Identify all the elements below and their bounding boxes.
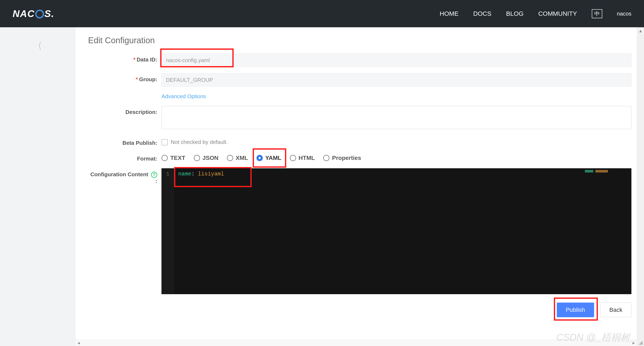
back-button[interactable]: Back bbox=[600, 302, 632, 317]
row-format: Format: TEXT JSON XML YAML bbox=[88, 153, 632, 162]
row-description: Description: bbox=[88, 106, 632, 131]
nav-link-docs[interactable]: DOCS bbox=[473, 10, 492, 17]
sidebar: 〈 bbox=[0, 27, 76, 346]
radio-icon bbox=[162, 155, 168, 161]
editor-line-number: 1 bbox=[162, 171, 174, 177]
code-editor[interactable]: 1 name: lisiyaml bbox=[162, 168, 632, 294]
scroll-left-icon[interactable]: ◄ bbox=[76, 340, 82, 346]
format-option-xml-label: XML bbox=[236, 155, 248, 161]
editor-minimap bbox=[585, 170, 629, 172]
page-body: 〈 Edit Configuration *Data ID: *Group: bbox=[0, 27, 644, 346]
format-option-json[interactable]: JSON bbox=[194, 155, 218, 161]
horizontal-scrollbar[interactable]: ◄ ► bbox=[76, 340, 637, 346]
logo[interactable]: NAC S. bbox=[12, 8, 54, 19]
nav-link-home[interactable]: HOME bbox=[440, 10, 458, 17]
editor-yaml-key: name bbox=[178, 171, 191, 177]
format-option-html[interactable]: HTML bbox=[290, 155, 315, 161]
scroll-right-icon[interactable]: ► bbox=[630, 340, 637, 346]
row-beta: Beta Publish: Not checked by default. bbox=[88, 137, 632, 146]
beta-checkbox[interactable] bbox=[162, 139, 168, 145]
description-textarea[interactable] bbox=[162, 106, 632, 129]
required-star-icon: * bbox=[133, 57, 136, 63]
logo-o-icon bbox=[35, 10, 44, 19]
label-config-content-text: Configuration Content bbox=[90, 171, 148, 178]
main-content: Edit Configuration *Data ID: *Group: bbox=[76, 27, 644, 346]
label-group-text: Group: bbox=[139, 76, 157, 83]
group-input[interactable] bbox=[162, 73, 632, 87]
row-advanced: Advanced Options bbox=[88, 93, 632, 100]
format-option-yaml[interactable]: YAML bbox=[256, 155, 282, 161]
label-beta: Beta Publish: bbox=[88, 137, 162, 146]
back-chevron-icon[interactable]: 〈 bbox=[35, 40, 42, 52]
format-option-properties[interactable]: Properties bbox=[323, 155, 361, 161]
nav-link-community[interactable]: COMMUNITY bbox=[538, 10, 577, 17]
language-toggle[interactable]: 中 bbox=[592, 9, 602, 18]
label-group: *Group: bbox=[88, 73, 162, 83]
editor-gutter: 1 bbox=[162, 168, 174, 294]
label-format: Format: bbox=[88, 153, 162, 162]
editor-line-1: name: lisiyaml bbox=[162, 168, 632, 177]
label-data-id: *Data ID: bbox=[88, 54, 162, 63]
format-option-yaml-label: YAML bbox=[265, 155, 282, 161]
current-user[interactable]: nacos bbox=[617, 11, 632, 17]
radio-icon bbox=[290, 155, 296, 161]
label-data-id-text: Data ID: bbox=[137, 57, 157, 63]
editor-yaml-value: lisiyaml bbox=[198, 171, 224, 177]
format-option-json-label: JSON bbox=[202, 155, 218, 161]
label-config-content-colon: : bbox=[156, 178, 157, 184]
advanced-options-link[interactable]: Advanced Options bbox=[162, 93, 206, 100]
vertical-scrollbar[interactable]: ▲ bbox=[637, 27, 644, 346]
row-group: *Group: bbox=[88, 73, 632, 87]
data-id-input[interactable] bbox=[162, 54, 632, 67]
required-star-icon: * bbox=[136, 76, 138, 83]
help-icon[interactable]: ? bbox=[151, 172, 157, 178]
format-option-properties-label: Properties bbox=[332, 155, 361, 161]
format-option-html-label: HTML bbox=[298, 155, 315, 161]
radio-icon bbox=[227, 155, 233, 161]
label-description: Description: bbox=[88, 106, 162, 115]
logo-text-suffix: S. bbox=[44, 8, 54, 19]
radio-icon bbox=[194, 155, 200, 161]
row-data-id: *Data ID: bbox=[88, 54, 632, 67]
page-title: Edit Configuration bbox=[88, 36, 632, 45]
editor-yaml-colon: : bbox=[191, 171, 194, 177]
navbar: NAC S. HOME DOCS BLOG COMMUNITY 中 nacos bbox=[0, 0, 644, 27]
nav-link-blog[interactable]: BLOG bbox=[506, 10, 524, 17]
logo-text-prefix: NAC bbox=[12, 8, 35, 19]
scroll-up-icon[interactable]: ▲ bbox=[637, 27, 644, 35]
footer-actions: Publish Back bbox=[88, 302, 632, 317]
radio-icon bbox=[323, 155, 330, 161]
format-option-text[interactable]: TEXT bbox=[162, 155, 186, 161]
row-config-content: Configuration Content ? : 1 name: lisiya… bbox=[88, 168, 632, 294]
resize-corner-icon bbox=[638, 340, 643, 345]
format-option-xml[interactable]: XML bbox=[227, 155, 248, 161]
label-config-content: Configuration Content ? : bbox=[88, 168, 162, 184]
nav-links: HOME DOCS BLOG COMMUNITY 中 nacos bbox=[440, 9, 632, 18]
format-option-text-label: TEXT bbox=[170, 155, 186, 161]
beta-hint: Not checked by default. bbox=[171, 139, 228, 145]
publish-button[interactable]: Publish bbox=[557, 302, 594, 317]
radio-icon-selected bbox=[256, 155, 263, 161]
